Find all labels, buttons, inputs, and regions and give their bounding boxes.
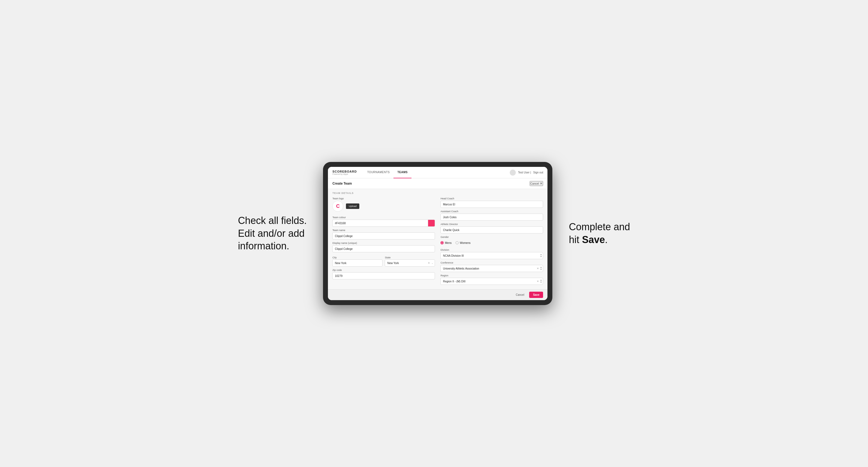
color-swatch — [428, 220, 435, 227]
head-coach-label: Head Coach — [440, 197, 543, 200]
assistant-coach-label: Assistant Coach — [440, 210, 543, 213]
annotation-line-1: Check all fields. — [238, 214, 307, 227]
tablet-screen: SCOREBOARD Powered by clippd TOURNAMENTS… — [328, 167, 548, 300]
team-colour-label: Team colour — [332, 216, 435, 219]
region-group: Region Region II - (M) DIII ✕ ▲▼ — [440, 274, 543, 285]
right-period: . — [605, 234, 608, 245]
form-grid: Team logo C Upload Team colour — [332, 197, 543, 285]
team-name-input[interactable] — [332, 232, 435, 240]
athletic-director-label: Athletic Director — [440, 223, 543, 225]
head-coach-input[interactable] — [440, 201, 543, 208]
top-nav: SCOREBOARD Powered by clippd TOURNAMENTS… — [328, 167, 548, 178]
display-name-input[interactable] — [332, 245, 435, 252]
team-colour-group: Team colour — [332, 216, 435, 227]
right-annotation: Complete and hit Save. — [569, 221, 630, 246]
form-content: TEAM DETAILS Team logo C Upload — [328, 189, 548, 289]
avatar — [510, 169, 516, 176]
gender-group: Gender Mens Womens — [440, 236, 543, 246]
zip-label: Zip code — [332, 269, 435, 272]
zip-group: Zip code — [332, 269, 435, 279]
modal-title: Create Team — [332, 182, 352, 185]
city-state-group: City State New York ✕ — [332, 254, 435, 267]
team-name-label: Team name — [332, 229, 435, 231]
womens-label: Womens — [460, 242, 470, 244]
head-coach-group: Head Coach — [440, 197, 543, 208]
display-name-group: Display name (unique) — [332, 242, 435, 252]
nav-right: Test User | Sign out — [510, 169, 543, 176]
team-logo-label: Team logo — [332, 197, 435, 200]
conference-select-actions: ✕ ▲▼ — [536, 266, 544, 271]
state-group: State New York ✕ ⌄ — [385, 254, 435, 267]
city-group: City — [332, 254, 382, 267]
division-label: Division — [440, 249, 543, 251]
assistant-coach-input[interactable] — [440, 214, 543, 221]
nav-tabs: TOURNAMENTS TEAMS — [364, 167, 510, 178]
athletic-director-input[interactable] — [440, 226, 543, 234]
right-line2-text: hit — [569, 234, 582, 245]
tablet-frame: SCOREBOARD Powered by clippd TOURNAMENTS… — [323, 162, 552, 305]
division-select[interactable]: NCAA Division III — [440, 252, 543, 259]
city-input[interactable] — [332, 259, 382, 267]
state-select-wrapper: New York ✕ ⌄ — [385, 259, 435, 267]
color-input-wrapper — [332, 220, 435, 227]
conference-clear-icon[interactable]: ✕ — [536, 267, 539, 270]
tab-tournaments[interactable]: TOURNAMENTS — [364, 167, 394, 178]
logo-text: SCOREBOARD — [332, 170, 356, 173]
team-colour-input[interactable] — [332, 220, 428, 227]
right-annotation-line1: Complete and — [569, 221, 630, 234]
gender-womens-option[interactable]: Womens — [456, 241, 470, 244]
left-annotation: Check all fields. Edit and/or add inform… — [238, 214, 307, 253]
city-state-row: City State New York ✕ — [332, 254, 435, 267]
modal-cancel-x-button[interactable]: Cancel ✕ — [530, 181, 543, 186]
logo-area: SCOREBOARD Powered by clippd — [332, 170, 356, 175]
nav-user-text: Test User | — [518, 171, 531, 174]
gender-label: Gender — [440, 236, 543, 239]
footer-cancel-button[interactable]: Cancel — [513, 292, 527, 298]
form-right-col: Head Coach Assistant Coach Athletic Dire… — [440, 197, 543, 285]
conference-group: Conference University Athletic Associati… — [440, 261, 543, 272]
mens-radio-dot — [440, 241, 444, 244]
close-icon: ✕ — [540, 182, 542, 185]
zip-input[interactable] — [332, 272, 435, 279]
logo-sub: Powered by clippd — [332, 173, 356, 175]
upload-button[interactable]: Upload — [346, 204, 359, 209]
modal-header: Create Team Cancel ✕ — [328, 178, 548, 189]
footer-save-button[interactable]: Save — [529, 292, 543, 298]
team-logo-group: Team logo C Upload — [332, 197, 435, 214]
conference-arrows-icon: ▲▼ — [540, 266, 542, 271]
region-label: Region — [440, 274, 543, 277]
annotation-line-2: Edit and/or add — [238, 227, 307, 240]
conference-label: Conference — [440, 261, 543, 264]
state-clear-icon[interactable]: ✕ — [428, 261, 430, 264]
form-left-col: Team logo C Upload Team colour — [332, 197, 435, 285]
athletic-director-group: Athletic Director — [440, 223, 543, 234]
conference-select[interactable]: University Athletic Association — [440, 265, 543, 272]
logo-circle: C — [332, 201, 343, 212]
team-name-group: Team name — [332, 229, 435, 240]
mens-label: Mens — [445, 242, 451, 244]
section-label: TEAM DETAILS — [332, 192, 543, 194]
modal-footer: Cancel Save — [328, 289, 548, 300]
division-arrows-icon: ▲▼ — [540, 253, 542, 258]
cancel-label: Cancel — [530, 182, 539, 185]
womens-radio-dot — [456, 241, 459, 244]
region-arrows-icon: ▲▼ — [540, 279, 542, 283]
state-select[interactable]: New York — [385, 259, 435, 267]
right-line1-text: Complete and — [569, 221, 630, 232]
division-select-wrapper: NCAA Division III ▲▼ — [440, 252, 543, 259]
region-select[interactable]: Region II - (M) DIII — [440, 278, 543, 285]
gender-radio-group: Mens Womens — [440, 239, 543, 246]
region-select-wrapper: Region II - (M) DIII ✕ ▲▼ — [440, 278, 543, 285]
region-select-actions: ✕ ▲▼ — [536, 279, 544, 283]
sign-out-link[interactable]: Sign out — [533, 171, 544, 174]
state-label: State — [385, 256, 391, 259]
save-strong-text: Save — [582, 234, 605, 245]
tab-teams[interactable]: TEAMS — [394, 167, 411, 178]
division-select-actions: ▲▼ — [540, 253, 544, 258]
division-group: Division NCAA Division III ▲▼ — [440, 249, 543, 259]
conference-select-wrapper: University Athletic Association ✕ ▲▼ — [440, 265, 543, 272]
assistant-coach-group: Assistant Coach — [440, 210, 543, 221]
region-clear-icon[interactable]: ✕ — [536, 279, 539, 283]
annotation-line-3: information. — [238, 240, 307, 253]
gender-mens-option[interactable]: Mens — [440, 241, 451, 244]
